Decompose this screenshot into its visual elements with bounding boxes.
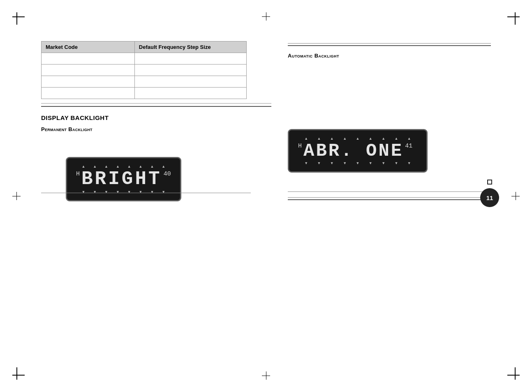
table-cell-market-3: [42, 76, 135, 88]
right-column: Automatic Backlight ▲ ▲ ▲ ▲ ▲ ▲ ▲ ▲ ▲: [288, 41, 491, 200]
right-divider-top-2: [288, 45, 491, 46]
page-content: Market Code Default Frequency Step Size: [41, 41, 491, 351]
automatic-backlight-container: Automatic Backlight: [288, 52, 491, 59]
corner-mark-br: [503, 363, 520, 380]
crosshair-bottom: [262, 371, 270, 380]
crosshair-top: [262, 12, 270, 21]
table-row: [42, 65, 247, 76]
table-row: [42, 88, 247, 99]
left-column: Market Code Default Frequency Step Size: [41, 41, 271, 201]
table-cell-market-1: [42, 53, 135, 65]
bright-lcd-inner: H BRIGHT 40: [76, 170, 171, 189]
table-row: [42, 76, 247, 88]
abr-lcd-panel: ▲ ▲ ▲ ▲ ▲ ▲ ▲ ▲ ▲ H ABR. ONE 41: [288, 129, 428, 173]
page-number-badge: 11: [480, 188, 499, 207]
permanent-backlight-label: Permanent Backlight: [41, 126, 271, 132]
bright-main-text: BRIGHT: [81, 170, 162, 189]
tick-marks-above: ▲ ▲ ▲ ▲ ▲ ▲ ▲ ▲: [76, 164, 171, 168]
corner-mark-bl: [12, 363, 29, 380]
crosshair-right: [511, 192, 520, 200]
divider-thick-1: [41, 106, 271, 107]
divider-1: [41, 103, 271, 104]
permanent-backlight-text: Permanent Backlight: [41, 126, 93, 132]
display-backlight-heading: DISPLAY BACKLIGHT: [41, 114, 271, 121]
crosshair-left: [12, 192, 21, 200]
table-cell-freq-2: [134, 65, 246, 76]
table-row: [42, 53, 247, 65]
table-header-market-code: Market Code: [42, 42, 135, 53]
right-divider-mid-1: [288, 197, 491, 198]
abr-lcd-inner: H ABR. ONE 41: [298, 142, 417, 160]
table-cell-freq-4: [134, 88, 246, 99]
corner-mark-tl: [12, 12, 29, 29]
abr-tick-above: ▲ ▲ ▲ ▲ ▲ ▲ ▲ ▲ ▲: [298, 136, 417, 141]
table-header-freq-step: Default Frequency Step Size: [134, 42, 246, 53]
bright-superscript: H: [76, 171, 80, 178]
abr-lcd-container: ▲ ▲ ▲ ▲ ▲ ▲ ▲ ▲ ▲ H ABR. ONE 41: [288, 129, 491, 173]
right-divider-mid-2: [288, 199, 491, 200]
abr-tick-below: ▼ ▼ ▼ ▼ ▼ ▼ ▼ ▼ ▼: [298, 161, 417, 165]
abr-number: 41: [405, 143, 412, 150]
frequency-table: Market Code Default Frequency Step Size: [41, 41, 247, 99]
corner-mark-tr: [503, 12, 520, 29]
page-number-text: 11: [486, 194, 493, 201]
right-divider-bottom: [288, 191, 491, 192]
table-cell-market-4: [42, 88, 135, 99]
bright-lcd-panel: ▲ ▲ ▲ ▲ ▲ ▲ ▲ ▲ H BRIGHT 40 ▼: [66, 157, 181, 201]
abr-main-text: ABR. ONE: [303, 142, 403, 160]
automatic-backlight-label: Automatic Backlight: [288, 53, 339, 59]
table-cell-freq-3: [134, 76, 246, 88]
bright-number: 40: [164, 171, 171, 178]
tick-marks-below: ▼ ▼ ▼ ▼ ▼ ▼ ▼ ▼: [76, 190, 171, 194]
table-cell-market-2: [42, 65, 135, 76]
right-divider-top-1: [288, 43, 491, 44]
bottom-divider-left: [41, 193, 251, 193]
abr-superscript: H: [298, 143, 302, 150]
bright-lcd-container: ▲ ▲ ▲ ▲ ▲ ▲ ▲ ▲ H BRIGHT 40 ▼: [66, 157, 271, 201]
table-cell-freq-1: [134, 53, 246, 65]
